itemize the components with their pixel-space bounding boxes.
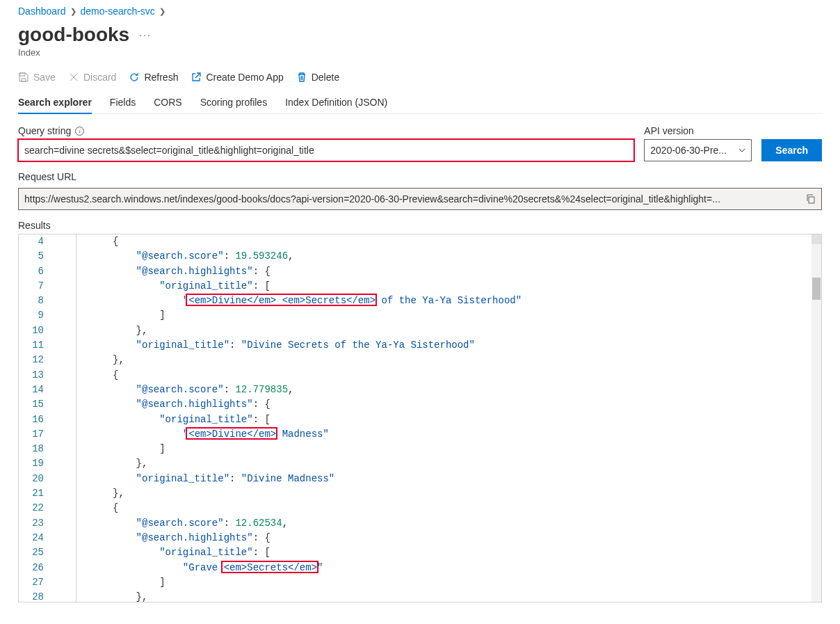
refresh-button[interactable]: Refresh bbox=[129, 72, 178, 83]
copy-icon[interactable] bbox=[806, 194, 816, 204]
code-content: { "@search.score": 19.593246, "@search.h… bbox=[76, 234, 821, 602]
query-label: Query string bbox=[18, 125, 71, 136]
request-url-box: https://westus2.search.windows.net/index… bbox=[18, 188, 822, 210]
chevron-right-icon: ❯ bbox=[159, 7, 165, 16]
save-button: Save bbox=[18, 72, 56, 83]
close-icon bbox=[68, 72, 79, 83]
code-line: "original_title": [ bbox=[113, 413, 821, 427]
code-line: }, bbox=[113, 323, 821, 338]
chevron-right-icon: ❯ bbox=[70, 7, 76, 16]
api-version-value: 2020-06-30-Pre... bbox=[644, 139, 752, 161]
refresh-label: Refresh bbox=[144, 72, 178, 83]
line-gutter: 4567891011121314151617181920212223242526… bbox=[19, 234, 58, 602]
code-line: "original_title": "Divine Madness" bbox=[113, 472, 821, 486]
results-editor[interactable]: 4567891011121314151617181920212223242526… bbox=[18, 234, 822, 602]
page-title: good-books bbox=[18, 24, 129, 46]
code-line: ] bbox=[113, 442, 821, 456]
tab-search-explorer[interactable]: Search explorer bbox=[18, 93, 92, 113]
code-line: "@search.highlights": { bbox=[113, 264, 821, 279]
more-icon[interactable]: ··· bbox=[139, 29, 152, 40]
chevron-down-icon bbox=[738, 146, 746, 154]
code-line: }, bbox=[113, 486, 821, 501]
tab-cors[interactable]: CORS bbox=[154, 93, 181, 113]
code-line: "original_title": "Divine Secrets of the… bbox=[113, 338, 821, 353]
api-version-select[interactable]: 2020-06-30-Pre... bbox=[644, 139, 752, 161]
code-line: ] bbox=[113, 308, 821, 323]
refresh-icon bbox=[129, 72, 140, 83]
demo-label: Create Demo App bbox=[206, 72, 283, 83]
delete-label: Delete bbox=[312, 72, 339, 83]
minimap-scrollbar[interactable] bbox=[811, 234, 821, 602]
code-line: "@search.highlights": { bbox=[113, 531, 821, 545]
code-line: "@search.score": 12.62534, bbox=[113, 516, 821, 531]
breadcrumb: Dashboard ❯ demo-search-svc ❯ bbox=[18, 6, 822, 17]
code-line: }, bbox=[113, 353, 821, 367]
create-demo-button[interactable]: Create Demo App bbox=[191, 72, 283, 83]
tab-fields[interactable]: Fields bbox=[110, 93, 136, 113]
code-line: "Grave <em>Secrets</em>" bbox=[113, 561, 821, 575]
request-url-label: Request URL bbox=[18, 171, 822, 182]
code-line: { bbox=[113, 368, 821, 383]
external-link-icon bbox=[191, 72, 202, 83]
code-line: { bbox=[113, 234, 821, 249]
breadcrumb-dashboard[interactable]: Dashboard bbox=[18, 6, 66, 17]
scrollbar-cap bbox=[811, 234, 821, 244]
api-version-label: API version bbox=[644, 125, 694, 136]
svg-rect-0 bbox=[809, 197, 814, 203]
code-line: }, bbox=[113, 590, 821, 602]
trash-icon bbox=[296, 72, 307, 83]
delete-button[interactable]: Delete bbox=[296, 72, 339, 83]
search-button[interactable]: Search bbox=[761, 139, 822, 161]
request-url-value: https://westus2.search.windows.net/index… bbox=[24, 193, 800, 205]
command-bar: Save Discard Refresh Create Demo App Del… bbox=[18, 72, 822, 83]
code-line: { bbox=[113, 501, 821, 515]
discard-label: Discard bbox=[83, 72, 116, 83]
tab-definition[interactable]: Index Definition (JSON) bbox=[285, 93, 387, 113]
breadcrumb-service[interactable]: demo-search-svc bbox=[81, 6, 155, 17]
page-subtitle: Index bbox=[18, 47, 822, 58]
code-line: "@search.highlights": { bbox=[113, 397, 821, 412]
scrollbar-thumb[interactable] bbox=[812, 278, 821, 300]
code-line: "<em>Divine</em> <em>Secrets</em> of the… bbox=[113, 294, 821, 308]
code-line: "original_title": [ bbox=[113, 545, 821, 560]
tab-scoring[interactable]: Scoring profiles bbox=[200, 93, 268, 113]
save-icon bbox=[18, 72, 29, 83]
query-input[interactable] bbox=[18, 139, 634, 161]
tab-bar: Search explorer Fields CORS Scoring prof… bbox=[18, 93, 822, 114]
code-line: "original_title": [ bbox=[113, 279, 821, 294]
code-line: }, bbox=[113, 456, 821, 471]
discard-button: Discard bbox=[68, 72, 116, 83]
code-line: "@search.score": 12.779835, bbox=[113, 383, 821, 397]
info-icon[interactable]: i bbox=[75, 127, 84, 136]
save-label: Save bbox=[33, 72, 56, 83]
code-line: ] bbox=[113, 575, 821, 590]
results-label: Results bbox=[18, 220, 822, 231]
code-line: "@search.score": 19.593246, bbox=[113, 249, 821, 264]
code-line: "<em>Divine</em> Madness" bbox=[113, 427, 821, 442]
